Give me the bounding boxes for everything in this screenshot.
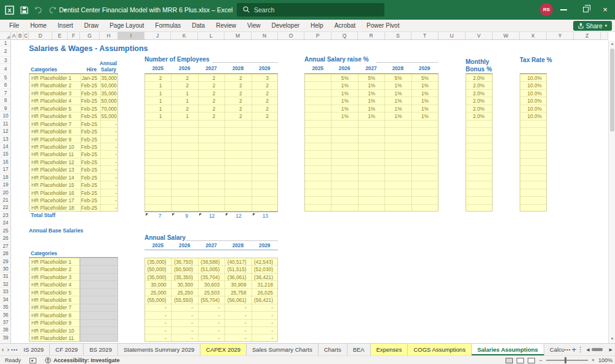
cell-annual-salary[interactable]: 35,000 — [100, 74, 119, 82]
cell[interactable]: 2 — [199, 105, 225, 113]
row-header[interactable]: 33 — [0, 288, 11, 295]
cell[interactable]: 1% — [359, 113, 385, 120]
column-header[interactable]: X — [520, 32, 547, 40]
cell[interactable]: - — [145, 334, 172, 342]
cell[interactable]: 1% — [331, 105, 358, 113]
cell-category[interactable]: HR Placeholder 6 — [30, 113, 81, 120]
cell[interactable]: 1 — [172, 90, 198, 97]
year-header[interactable]: 2027 — [198, 242, 224, 250]
row-header[interactable]: 2 — [0, 46, 11, 57]
zoom-in-button[interactable]: + — [592, 357, 595, 363]
cell[interactable] — [305, 113, 331, 120]
row-header[interactable]: 25 — [0, 227, 11, 234]
page-layout-view-icon[interactable] — [517, 358, 524, 363]
cell[interactable]: 2 — [172, 105, 198, 113]
zoom-slider-thumb[interactable] — [565, 357, 566, 363]
cell[interactable]: - — [199, 334, 225, 342]
row-header[interactable]: 30 — [0, 265, 11, 272]
base-salaries-label[interactable]: Annual Base Salaries — [29, 228, 83, 234]
cell[interactable]: (36,750) — [172, 258, 198, 266]
cell[interactable]: (35,350) — [172, 274, 198, 281]
cell-category[interactable]: HR Placeholder 13 — [30, 166, 81, 173]
column-header[interactable]: Y — [547, 32, 574, 40]
cell-category[interactable]: HR Placeholder 8 — [30, 128, 81, 135]
more-sheets-icon[interactable]: ••• — [564, 344, 571, 355]
row-header[interactable]: 37 — [0, 318, 11, 326]
cell-hire-date[interactable]: Feb-25 — [81, 166, 100, 173]
cell[interactable]: 1 — [145, 105, 172, 113]
cell-annual-salary[interactable]: 55,000 — [100, 113, 119, 120]
cell[interactable]: - — [252, 319, 279, 326]
cell-hire-date[interactable]: Feb-25 — [81, 159, 100, 166]
column-header[interactable]: J — [145, 32, 171, 40]
row-header[interactable]: 8 — [0, 97, 11, 104]
column-header[interactable]: H — [100, 32, 118, 40]
cell[interactable]: 2 — [145, 74, 172, 82]
cell[interactable]: 5% — [412, 74, 438, 82]
column-header[interactable]: L — [198, 32, 224, 40]
select-all-corner[interactable]: ◢ — [0, 32, 11, 40]
cell[interactable]: 2 — [225, 113, 252, 120]
bonus-title-line1[interactable]: Monthly — [466, 58, 489, 65]
cell[interactable] — [305, 97, 331, 105]
cell-category[interactable]: HR Placeholder 18 — [30, 204, 81, 212]
column-header[interactable]: R — [358, 32, 385, 40]
sheet-tab[interactable]: Charts — [319, 344, 347, 355]
cell[interactable]: 10.0% — [520, 113, 546, 120]
cell[interactable]: 30,000 — [145, 281, 172, 288]
cell[interactable]: 2 — [225, 82, 252, 89]
search-box[interactable]: Search — [237, 3, 384, 17]
total-cell[interactable]: 12 — [198, 212, 224, 219]
cell-category[interactable]: HR Placeholder 2 — [30, 266, 79, 273]
cell[interactable]: 10.0% — [520, 74, 546, 82]
year-header[interactable]: 2026 — [171, 65, 197, 73]
row-header[interactable]: 34 — [0, 296, 11, 303]
cell-category[interactable]: HR Placeholder 17 — [30, 197, 81, 204]
cell[interactable]: (50,500) — [172, 266, 198, 273]
restore-button[interactable] — [577, 0, 595, 20]
cell[interactable]: 26,025 — [252, 289, 279, 296]
cell[interactable]: 3 — [252, 74, 279, 82]
row-header[interactable]: 16 — [0, 158, 11, 165]
cell[interactable]: 2 — [172, 82, 198, 89]
cell[interactable]: (35,000) — [145, 274, 172, 281]
cell[interactable]: - — [199, 327, 225, 334]
cell[interactable]: 25,250 — [172, 289, 198, 296]
excel-app-icon[interactable]: X — [5, 6, 14, 15]
cell-category[interactable]: HR Placeholder 16 — [30, 189, 81, 197]
cell[interactable]: - — [199, 312, 225, 319]
year-header[interactable]: 2029 — [252, 242, 278, 250]
sheet-nav-more-icon[interactable]: ••• — [11, 344, 18, 355]
cell[interactable]: - — [225, 312, 252, 319]
year-header[interactable]: 2028 — [224, 242, 251, 250]
cell[interactable]: - — [172, 319, 198, 326]
cell[interactable]: - — [172, 304, 198, 311]
column-header[interactable]: U — [438, 32, 466, 40]
cell[interactable]: 2.0% — [466, 105, 492, 113]
cell-annual-salary[interactable]: - — [100, 174, 119, 181]
cell[interactable]: 2.0% — [466, 113, 492, 120]
row-header[interactable]: 18 — [0, 173, 11, 181]
row-header[interactable]: 20 — [0, 189, 11, 196]
cell-hire-date[interactable]: Feb-25 — [81, 136, 100, 143]
cell[interactable]: 1% — [412, 97, 438, 105]
row-header[interactable]: 32 — [0, 280, 11, 288]
row-header[interactable]: 6 — [0, 81, 11, 89]
row-header[interactable]: 35 — [0, 303, 11, 311]
zoom-slider[interactable] — [546, 360, 588, 361]
annual-salary-title[interactable]: Annual Salary — [145, 234, 186, 241]
cell[interactable]: 1% — [331, 82, 358, 89]
cell[interactable]: (35,704) — [199, 274, 225, 281]
cell[interactable]: 1% — [412, 82, 438, 89]
cell[interactable]: 1 — [145, 82, 172, 89]
sheet-tab[interactable]: BS 2029 — [84, 344, 117, 355]
row-header[interactable]: 13 — [0, 135, 11, 143]
row-header[interactable]: 39 — [0, 334, 11, 341]
row-header[interactable]: 27 — [0, 242, 11, 250]
cell[interactable]: 1% — [331, 113, 358, 120]
cell[interactable]: - — [252, 304, 279, 311]
cell[interactable]: 1% — [385, 113, 411, 120]
column-header[interactable]: S — [385, 32, 411, 40]
cell-annual-salary[interactable]: 50,000 — [100, 82, 119, 89]
cell[interactable]: 2 — [252, 105, 279, 113]
